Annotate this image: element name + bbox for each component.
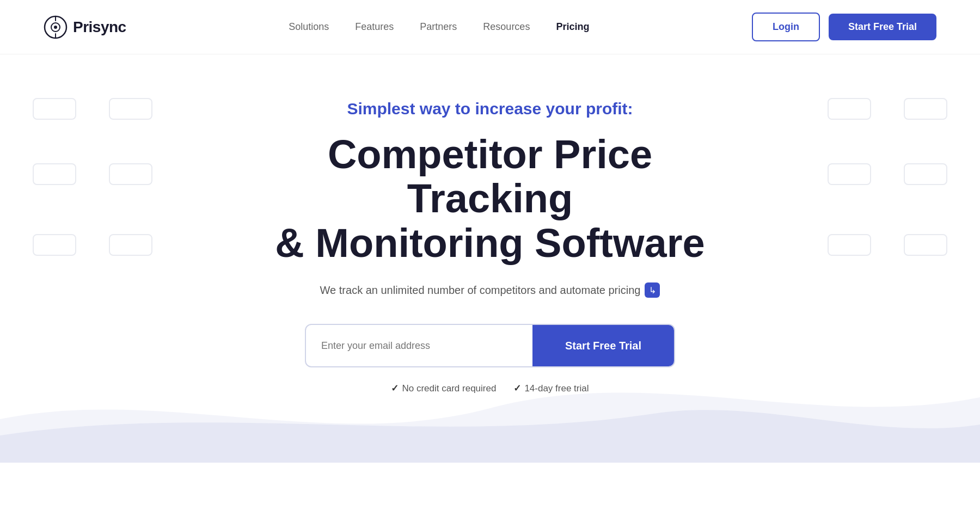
nav-resources[interactable]: Resources <box>483 21 530 33</box>
hero-section: Simplest way to increase your profit: Co… <box>0 54 980 463</box>
bg-decoration-r4 <box>828 163 871 185</box>
nav-features[interactable]: Features <box>355 21 394 33</box>
bg-decoration-r6 <box>828 234 871 256</box>
hero-subtitle: We track an unlimited number of competit… <box>320 282 660 298</box>
wave-svg <box>0 354 980 463</box>
nav-partners[interactable]: Partners <box>420 21 457 33</box>
bg-decoration-2 <box>109 98 152 120</box>
nav-solutions[interactable]: Solutions <box>289 21 329 33</box>
hero-title: Competitor Price Tracking & Monitoring S… <box>245 132 735 265</box>
bg-decoration-3 <box>33 163 76 185</box>
bg-decoration-6 <box>109 234 152 256</box>
bg-decoration-r2 <box>828 98 871 120</box>
bg-decoration-r3 <box>904 163 947 185</box>
bg-decoration-r5 <box>904 234 947 256</box>
login-button[interactable]: Login <box>752 13 820 41</box>
hero-subtitle-text: We track an unlimited number of competit… <box>320 284 641 297</box>
nav-actions: Login Start Free Trial <box>752 13 936 41</box>
prisync-logo-icon <box>44 15 68 39</box>
hero-title-line2: & Monitoring Software <box>275 220 705 266</box>
nav-trial-button[interactable]: Start Free Trial <box>829 14 936 40</box>
logo-text: Prisync <box>73 19 126 36</box>
nav-pricing[interactable]: Pricing <box>556 21 589 33</box>
bg-decoration-r1 <box>904 98 947 120</box>
bg-decoration-1 <box>33 98 76 120</box>
svg-point-2 <box>54 26 57 29</box>
hero-tagline: Simplest way to increase your profit: <box>347 98 633 119</box>
navbar: Prisync Solutions Features Partners Reso… <box>0 0 980 54</box>
bg-decoration-4 <box>109 163 152 185</box>
logo-link[interactable]: Prisync <box>44 15 126 39</box>
hero-title-line1: Competitor Price Tracking <box>328 132 652 221</box>
automate-icon: ↳ <box>645 282 660 298</box>
bg-decoration-5 <box>33 234 76 256</box>
nav-links: Solutions Features Partners Resources Pr… <box>289 21 589 33</box>
wave-decoration <box>0 354 980 463</box>
